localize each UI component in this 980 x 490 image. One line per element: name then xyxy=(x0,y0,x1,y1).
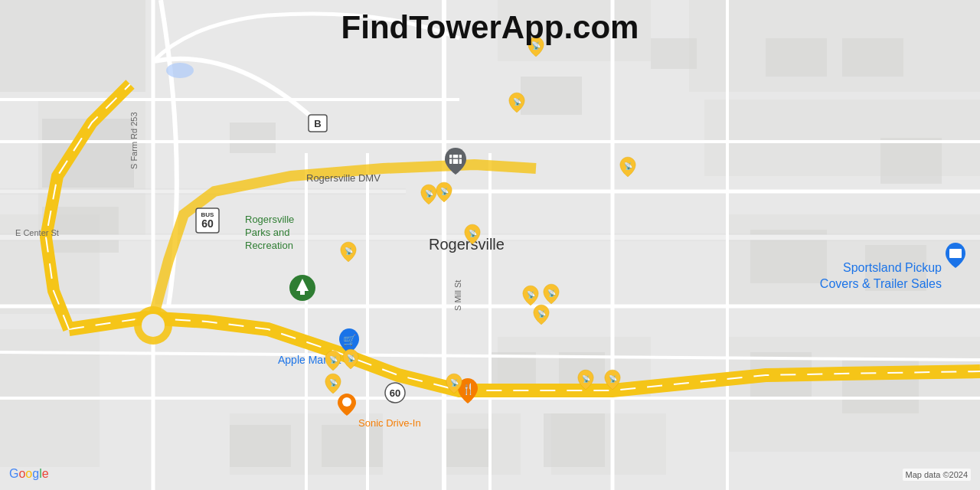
svg-text:📡: 📡 xyxy=(425,189,434,198)
svg-point-51 xyxy=(166,63,194,78)
svg-text:📡: 📡 xyxy=(527,290,536,299)
parks-pin xyxy=(289,274,316,305)
tower-pin-13: 📡 xyxy=(325,373,341,394)
svg-text:🛒: 🛒 xyxy=(343,334,357,347)
svg-rect-29 xyxy=(322,425,383,467)
svg-rect-20 xyxy=(842,38,903,77)
svg-rect-31 xyxy=(544,413,605,467)
google-e: e xyxy=(42,467,49,480)
svg-text:📡: 📡 xyxy=(329,378,338,387)
google-o2: o xyxy=(25,467,32,480)
route-b-shield: B xyxy=(308,114,328,136)
svg-rect-23 xyxy=(865,245,926,291)
svg-text:📡: 📡 xyxy=(547,289,557,298)
svg-text:🍴: 🍴 xyxy=(462,383,475,396)
svg-rect-16 xyxy=(230,122,276,153)
svg-text:📡: 📡 xyxy=(440,187,449,196)
svg-rect-4 xyxy=(689,0,980,92)
svg-rect-59 xyxy=(449,155,462,164)
svg-rect-28 xyxy=(230,425,291,467)
tower-pin-16: 📡 xyxy=(577,369,594,390)
sportsland-pin xyxy=(943,241,968,272)
svg-text:📡: 📡 xyxy=(537,309,547,318)
svg-text:📡: 📡 xyxy=(329,355,338,364)
svg-rect-19 xyxy=(766,38,827,77)
tower-pin-7: 📡 xyxy=(340,241,357,263)
dmv-pin xyxy=(443,146,469,178)
map-container: FindTowerApp.com S Farm Rd 253 E Center … xyxy=(0,0,980,490)
route-60-shield: 60 xyxy=(384,382,406,407)
google-g: G xyxy=(9,467,18,480)
sonic-pin xyxy=(336,392,358,420)
tower-pin-9: 📡 xyxy=(543,283,560,305)
tower-pin-6: 📡 xyxy=(464,224,481,245)
svg-text:📡: 📡 xyxy=(347,354,356,363)
svg-text:B: B xyxy=(314,118,321,129)
svg-rect-17 xyxy=(521,77,582,115)
google-logo: Google xyxy=(9,467,49,481)
svg-rect-21 xyxy=(880,138,942,184)
svg-text:📡: 📡 xyxy=(450,378,459,387)
svg-rect-30 xyxy=(444,429,490,467)
svg-rect-1 xyxy=(0,0,145,92)
svg-text:📡: 📡 xyxy=(513,97,522,106)
svg-point-50 xyxy=(142,314,165,337)
svg-text:📡: 📡 xyxy=(345,247,354,256)
tower-pin-5: 📡 xyxy=(436,181,452,203)
svg-rect-65 xyxy=(300,291,305,295)
svg-text:📡: 📡 xyxy=(582,374,591,384)
tower-pin-10: 📡 xyxy=(533,304,550,325)
page-title: FindTowerApp.com xyxy=(341,9,639,46)
svg-point-68 xyxy=(342,397,351,407)
svg-text:📡: 📡 xyxy=(624,162,633,171)
tower-pin-2: 📡 xyxy=(508,92,525,113)
tower-pin-11: 📡 xyxy=(325,350,341,371)
google-g2: g xyxy=(32,467,39,480)
tower-pin-8: 📡 xyxy=(522,285,539,306)
svg-text:📡: 📡 xyxy=(469,229,478,238)
tower-pin-3: 📡 xyxy=(619,156,636,178)
tower-pin-14: 📡 xyxy=(446,373,462,394)
map-attribution: Map data ©2024 xyxy=(903,469,972,481)
route-bus60-shield: BUS 60 xyxy=(195,207,220,237)
svg-rect-67 xyxy=(949,249,962,258)
tower-pin-15: 📡 xyxy=(604,369,621,390)
svg-text:📡: 📡 xyxy=(609,374,618,384)
tower-pin-4: 📡 xyxy=(420,184,437,205)
svg-rect-18 xyxy=(651,38,697,69)
svg-text:60: 60 xyxy=(201,217,214,230)
tower-pin-12: 📡 xyxy=(342,348,359,370)
svg-text:60: 60 xyxy=(390,387,400,399)
